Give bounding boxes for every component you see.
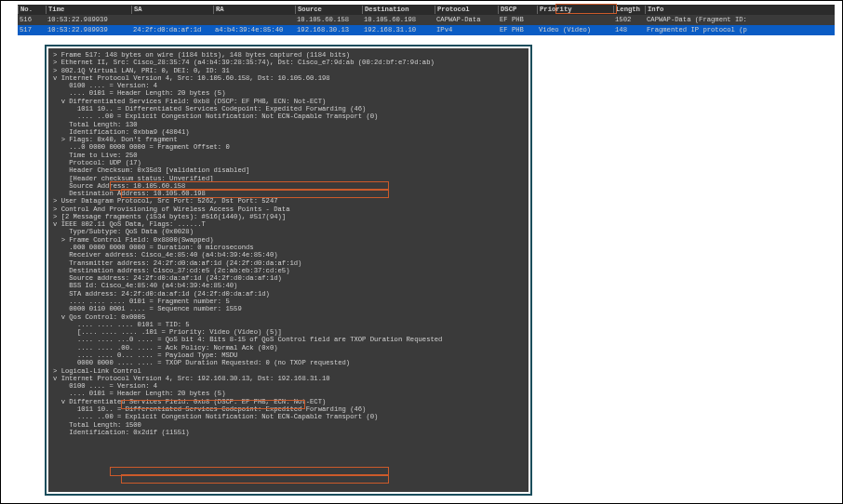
- tree-field[interactable]: Destination address: Cisco_37:cd:e5 (2c:…: [53, 267, 524, 274]
- tree-field[interactable]: Total Length: 1500: [53, 421, 524, 429]
- tree-fragments[interactable]: > [2 Message fragments (1534 bytes): #51…: [53, 213, 524, 220]
- tree-fcf[interactable]: > Frame Control Field: 0x8800(Swapped): [53, 236, 524, 244]
- tree-field[interactable]: .... 0101 = Header Length: 20 bytes (5): [53, 89, 524, 97]
- col-dscp[interactable]: DSCP: [498, 6, 537, 13]
- col-no[interactable]: No.: [18, 6, 46, 13]
- tree-field[interactable]: .... .... ...0 .... = QoS bit 4: Bits 8-…: [53, 336, 524, 343]
- col-dst[interactable]: Destination: [362, 6, 435, 13]
- tree-field[interactable]: .... .... .... 0101 = Fragment number: 5: [53, 298, 524, 305]
- tree-field[interactable]: .000 0000 0000 0000 = Duration: 0 micros…: [53, 244, 524, 251]
- tree-field[interactable]: BSS Id: Cisco_4e:85:40 (a4:b4:39:4e:85:4…: [53, 282, 524, 289]
- tree-field[interactable]: Header Checksum: 0x35d3 [validation disa…: [53, 166, 524, 174]
- tree-ipv4-inner[interactable]: v Internet Protocol Version 4, Src: 192.…: [53, 375, 524, 382]
- tree-field[interactable]: .... ..00 = Explicit Congestion Notifica…: [53, 113, 524, 120]
- tree-field[interactable]: ...0 0000 0000 0000 = Fragment Offset: 0: [53, 143, 524, 151]
- tree-field[interactable]: STA address: 24:2f:d0:da:af:1d (24:2f:d0…: [53, 290, 524, 298]
- tree-field[interactable]: 0000 0000 .... .... = TXOP Duration Requ…: [53, 359, 524, 366]
- col-len[interactable]: Length: [613, 6, 645, 13]
- tree-dscp-outer[interactable]: 1011 10.. = Differentiated Services Code…: [53, 105, 524, 113]
- tree-ipv4-outer[interactable]: v Internet Protocol Version 4, Src: 10.1…: [53, 74, 524, 82]
- tree-dsfield-outer[interactable]: v Differentiated Services Field: 0xb8 (D…: [53, 98, 524, 105]
- tree-field[interactable]: 0100 .... = Version: 4: [53, 82, 524, 89]
- packet-row-selected[interactable]: 517 10:53:22.989939 24:2f:d0:da:af:1d a4…: [18, 25, 835, 35]
- packet-list-header: No. Time SA RA Source Destination Protoc…: [18, 5, 835, 15]
- tree-field[interactable]: Total Length: 130: [53, 121, 524, 128]
- tree-ethernet[interactable]: > Ethernet II, Src: Cisco_28:35:74 (a4:b…: [53, 59, 524, 66]
- tree-udp[interactable]: > User Datagram Protocol, Src Port: 5262…: [53, 197, 524, 205]
- packet-row[interactable]: 516 10:53:22.989939 10.105.60.158 10.105…: [18, 15, 835, 25]
- tree-llc[interactable]: > Logical-Link Control: [53, 367, 524, 375]
- col-proto[interactable]: Protocol: [435, 6, 498, 13]
- tree-field[interactable]: Time to Live: 250: [53, 152, 524, 159]
- tree-field[interactable]: Source address: 24:2f:d0:da:af:1d (24:2f…: [53, 274, 524, 282]
- tree-field[interactable]: .... ..00 = Explicit Congestion Notifica…: [53, 413, 524, 420]
- tree-frame[interactable]: > Frame 517: 148 bytes on wire (1184 bit…: [53, 51, 524, 59]
- tree-qos-tid[interactable]: .... .... .... 0101 = TID: 5: [53, 321, 524, 328]
- tree-dsfield-inner[interactable]: v Differentiated Services Field: 0xb8 (D…: [53, 398, 524, 405]
- col-src[interactable]: Source: [295, 6, 362, 13]
- tree-qos-priority[interactable]: [.... .... .... .101 = Priority: Video (…: [53, 328, 524, 336]
- tree-field[interactable]: Receiver address: Cisco_4e:85:40 (a4:b4:…: [53, 251, 524, 259]
- col-sa[interactable]: SA: [131, 6, 213, 13]
- tree-field[interactable]: Destination Address: 10.105.60.198: [53, 190, 524, 197]
- tree-capwap[interactable]: > Control And Provisioning of Wireless A…: [53, 206, 524, 213]
- col-time[interactable]: Time: [46, 6, 131, 13]
- tree-field[interactable]: 0000 0110 0001 .... = Sequence number: 1…: [53, 305, 524, 312]
- tree-vlan[interactable]: > 802.1Q Virtual LAN, PRI: 0, DEI: 0, ID…: [53, 67, 524, 74]
- tree-flags[interactable]: > Flags: 0x40, Don't fragment: [53, 136, 524, 143]
- tree-field[interactable]: 0100 .... = Version: 4: [53, 382, 524, 390]
- col-prio[interactable]: Priority: [537, 6, 613, 13]
- packet-list: No. Time SA RA Source Destination Protoc…: [18, 5, 835, 35]
- tree-field[interactable]: Transmitter address: 24:2f:d0:da:af:1d (…: [53, 259, 524, 267]
- tree-field[interactable]: .... .... 0... .... = Payload Type: MSDU: [53, 351, 524, 359]
- tree-field[interactable]: [Header checksum status: Unverified]: [53, 175, 524, 182]
- tree-field[interactable]: Source Address: 10.105.60.158: [53, 182, 524, 190]
- col-ra[interactable]: RA: [213, 6, 295, 13]
- tree-field[interactable]: .... .... .00. .... = Ack Policy: Normal…: [53, 344, 524, 351]
- packet-detail-panel: > Frame 517: 148 bytes on wire (1184 bit…: [45, 45, 532, 496]
- tree-qos-control[interactable]: v Qos Control: 0x0005: [53, 313, 524, 321]
- tree-field[interactable]: Type/Subtype: QoS Data (0x0028): [53, 228, 524, 235]
- tree-field[interactable]: Protocol: UDP (17): [53, 159, 524, 166]
- tree-field[interactable]: .... 0101 = Header Length: 20 bytes (5): [53, 390, 524, 397]
- tree-dscp-inner[interactable]: 1011 10.. = Differentiated Services Code…: [53, 405, 524, 413]
- tree-80211[interactable]: v IEEE 802.11 QoS Data, Flags: ......T: [53, 220, 524, 228]
- col-info[interactable]: Info: [645, 6, 835, 13]
- tree-field[interactable]: Identification: 0x2d1f (11551): [53, 429, 524, 436]
- tree-field[interactable]: Identification: 0xbba9 (48041): [53, 128, 524, 136]
- packet-detail-tree[interactable]: > Frame 517: 148 bytes on wire (1184 bit…: [48, 48, 529, 492]
